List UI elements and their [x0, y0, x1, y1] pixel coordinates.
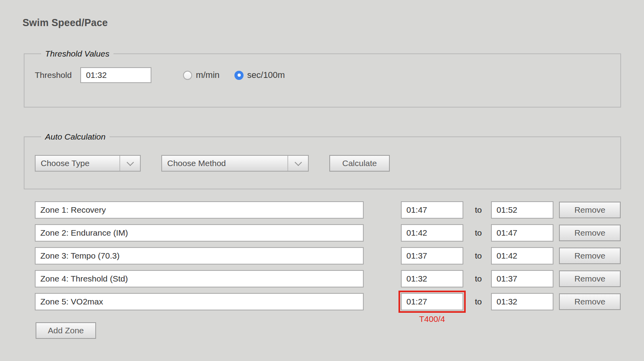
- threshold-row: Threshold m/min sec/100m: [35, 67, 610, 83]
- zone-name-input[interactable]: [35, 201, 364, 219]
- to-label: to: [466, 297, 491, 306]
- unit-label-sec-100m[interactable]: sec/100m: [247, 70, 285, 80]
- choose-type-value: Choose Type: [36, 156, 119, 171]
- calculate-button[interactable]: Calculate: [329, 155, 390, 172]
- auto-calculation-legend: Auto Calculation: [41, 132, 110, 142]
- zone-to-input[interactable]: [491, 270, 553, 287]
- remove-zone-button[interactable]: Remove: [559, 202, 621, 218]
- zone-from-input[interactable]: [401, 247, 463, 265]
- choose-method-select[interactable]: Choose Method: [161, 155, 309, 172]
- zone-to-input[interactable]: [491, 201, 553, 219]
- highlight-annotation: T400/4: [400, 314, 464, 324]
- radio-unselected-icon[interactable]: [183, 71, 192, 80]
- zone-name-input[interactable]: [35, 293, 364, 310]
- zone-from-highlight-box: T400/4: [398, 291, 466, 313]
- to-label: to: [466, 228, 491, 238]
- zone-row-5: T400/4 to Remove: [35, 293, 621, 310]
- to-label: to: [466, 274, 491, 284]
- auto-calculation-row: Choose Type Choose Method Calculate: [35, 155, 610, 172]
- choose-method-value: Choose Method: [162, 156, 287, 171]
- zone-to-input[interactable]: [491, 224, 553, 242]
- chevron-down-icon: [295, 159, 302, 166]
- radio-selected-icon[interactable]: [234, 71, 244, 80]
- threshold-label: Threshold: [35, 70, 72, 80]
- choose-type-select[interactable]: Choose Type: [35, 155, 141, 172]
- add-zone-button[interactable]: Add Zone: [36, 322, 96, 339]
- zone-from-wrap: [398, 199, 466, 221]
- remove-zone-button[interactable]: Remove: [559, 293, 621, 310]
- remove-zone-button[interactable]: Remove: [559, 270, 621, 287]
- page-title: Swim Speed/Pace: [23, 17, 621, 28]
- remove-zone-button[interactable]: Remove: [559, 248, 621, 264]
- zone-name-input[interactable]: [35, 224, 364, 242]
- zones-list: to Remove to Remove to Remove: [35, 201, 621, 339]
- zone-row-2: to Remove: [35, 224, 621, 242]
- zone-from-input[interactable]: [401, 224, 463, 242]
- remove-zone-button[interactable]: Remove: [559, 225, 621, 241]
- unit-label-m-min[interactable]: m/min: [196, 70, 219, 80]
- zone-from-wrap: [398, 245, 466, 267]
- chevron-down-icon: [127, 159, 134, 166]
- zone-from-input[interactable]: [401, 270, 463, 287]
- zone-from-input[interactable]: [401, 293, 463, 310]
- auto-calculation-section: Auto Calculation Choose Type Choose Meth…: [24, 132, 621, 189]
- to-label: to: [466, 251, 491, 261]
- unit-radio-group: m/min sec/100m: [183, 70, 285, 80]
- threshold-input[interactable]: [80, 67, 151, 83]
- zone-name-input[interactable]: [35, 270, 364, 287]
- threshold-values-section: Threshold Values Threshold m/min sec/100…: [24, 49, 621, 108]
- zone-row-1: to Remove: [35, 201, 621, 219]
- to-label: to: [466, 205, 491, 215]
- zone-name-input[interactable]: [35, 247, 364, 265]
- unit-option-m-min[interactable]: m/min: [183, 70, 219, 80]
- zone-row-3: to Remove: [35, 247, 621, 265]
- unit-option-sec-100m[interactable]: sec/100m: [234, 70, 285, 80]
- threshold-values-legend: Threshold Values: [41, 49, 113, 59]
- choose-method-arrow-box[interactable]: [287, 156, 308, 171]
- zone-from-wrap: [398, 222, 466, 244]
- zone-from-input[interactable]: [401, 201, 463, 219]
- zone-row-4: to Remove: [35, 270, 621, 287]
- zone-to-input[interactable]: [491, 247, 553, 265]
- zone-from-wrap: [398, 268, 466, 290]
- choose-type-arrow-box[interactable]: [119, 156, 140, 171]
- zone-to-input[interactable]: [491, 293, 553, 310]
- swim-speed-pace-page: Swim Speed/Pace Threshold Values Thresho…: [0, 0, 644, 361]
